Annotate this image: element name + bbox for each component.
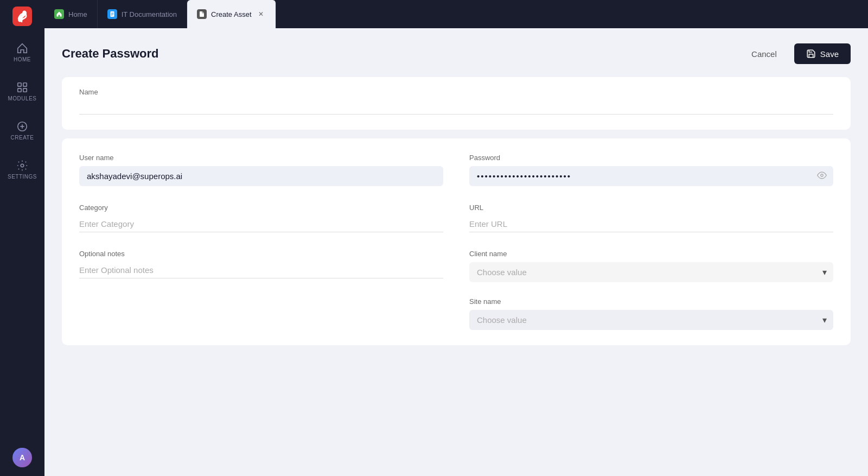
content-area: Create Password Cancel Save Name	[44, 28, 868, 476]
svg-point-13	[821, 174, 824, 176]
sidebar: HOME MODULES CREATE	[0, 0, 44, 476]
toggle-password-icon[interactable]	[817, 170, 827, 182]
site-name-select-wrapper: Choose value ▾	[469, 310, 833, 330]
password-wrapper	[469, 166, 833, 186]
optional-notes-input[interactable]	[79, 262, 443, 278]
category-label: Category	[79, 204, 443, 212]
category-field-group: Category	[79, 204, 443, 232]
sidebar-bottom: A	[12, 448, 32, 476]
tab-create-asset[interactable]: Create Asset ✕	[187, 0, 276, 28]
client-name-select-wrapper: Choose value ▾	[469, 262, 833, 282]
sidebar-item-modules[interactable]: MODULES	[0, 72, 44, 111]
sidebar-item-create[interactable]: CREATE	[0, 111, 44, 150]
svg-rect-1	[18, 82, 21, 86]
password-label: Password	[469, 154, 833, 162]
header-actions: Cancel Save	[743, 43, 851, 64]
url-label: URL	[469, 204, 833, 212]
username-label: User name	[79, 154, 443, 162]
password-field-group: Password	[469, 154, 833, 186]
password-input[interactable]	[469, 166, 833, 186]
page-header: Create Password Cancel Save	[62, 43, 851, 64]
save-icon	[806, 49, 816, 59]
optional-notes-field-group: Optional notes	[79, 250, 443, 330]
optional-notes-label: Optional notes	[79, 250, 443, 258]
sidebar-item-settings[interactable]: SETTINGS	[0, 150, 44, 189]
client-name-field-group: Client name Choose value ▾	[469, 250, 833, 282]
svg-rect-4	[23, 88, 27, 91]
name-card: Name	[62, 77, 851, 130]
name-field-group: Name	[79, 88, 833, 115]
it-doc-tab-icon	[107, 9, 117, 19]
page-title: Create Password	[62, 47, 159, 61]
tab-home[interactable]: Home	[44, 0, 98, 28]
cancel-button[interactable]: Cancel	[743, 45, 786, 63]
asset-tab-icon	[197, 9, 207, 19]
client-name-label: Client name	[469, 250, 833, 258]
form-card: User name Password	[62, 138, 851, 345]
svg-point-8	[21, 164, 24, 167]
client-name-select[interactable]: Choose value	[469, 262, 833, 282]
site-name-label: Site name	[469, 297, 833, 306]
category-input[interactable]	[79, 216, 443, 232]
svg-rect-3	[18, 88, 21, 91]
site-name-field-group: Site name Choose value ▾	[469, 297, 833, 330]
tab-close-button[interactable]: ✕	[256, 9, 266, 19]
right-column: Client name Choose value ▾ Site name	[469, 250, 833, 330]
tab-it-documentation[interactable]: IT Documentation	[98, 0, 187, 28]
save-button[interactable]: Save	[794, 43, 851, 64]
url-input[interactable]	[469, 216, 833, 232]
avatar[interactable]: A	[12, 448, 32, 467]
form-grid: User name Password	[79, 154, 833, 330]
home-tab-icon	[54, 9, 64, 19]
name-input[interactable]	[79, 100, 833, 115]
sidebar-nav: HOME MODULES CREATE	[0, 33, 44, 448]
app-logo[interactable]	[0, 0, 44, 33]
name-label: Name	[79, 88, 833, 96]
site-name-select[interactable]: Choose value	[469, 310, 833, 330]
sidebar-item-home[interactable]: HOME	[0, 33, 44, 72]
username-field-group: User name	[79, 154, 443, 186]
username-input[interactable]	[79, 166, 443, 186]
tabbar: Home IT Documentation Create	[44, 0, 868, 28]
main-area: Home IT Documentation Create	[44, 0, 868, 476]
url-field-group: URL	[469, 204, 833, 232]
svg-rect-2	[23, 82, 27, 86]
